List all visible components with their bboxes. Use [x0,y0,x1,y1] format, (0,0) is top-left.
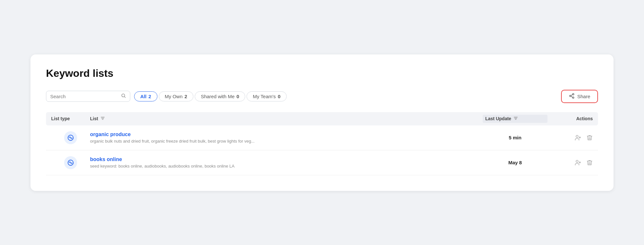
main-card: Keyword lists All 2 My Own 2 Share [30,54,614,191]
header-actions: Actions [547,116,593,122]
list-type-cell [51,156,90,169]
table-rows: organic produce organic bulk nuts and dr… [46,125,598,175]
last-update-cell: 5 min [483,135,547,140]
toolbar: All 2 My Own 2 Shared with Me 0 My Team'… [46,90,598,103]
list-type-icon-circle [64,156,77,169]
list-info-cell: books online seed keyword: books online,… [90,157,483,169]
list-description: seed keyword: books online, audiobooks, … [90,164,483,169]
header-list-type: List type [51,116,90,122]
keyword-list-icon [67,159,74,166]
filter-tab-shared-with-me[interactable]: Shared with Me 0 [195,91,246,101]
list-sort-icon [100,116,105,122]
actions-cell [547,159,593,166]
filter-teams-count: 0 [278,94,280,99]
list-type-cell [51,131,90,144]
table-header: List type List Last Update [46,112,598,125]
keyword-list-icon [67,134,74,141]
svg-line-6 [571,94,572,95]
search-icon [121,93,126,99]
list-type-icon-circle [64,131,77,144]
filter-teams-label: My Team's [253,94,276,99]
filter-all-label: All [140,94,146,99]
header-list[interactable]: List [90,116,483,122]
filter-myown-label: My Own [165,94,183,99]
filter-tabs: All 2 My Own 2 Shared with Me 0 My Team'… [134,91,287,101]
share-button[interactable]: Share [561,90,598,103]
svg-line-5 [571,96,572,97]
page-title: Keyword lists [46,67,598,79]
svg-point-18 [576,160,578,162]
filter-myown-count: 2 [185,94,187,99]
filter-tab-my-teams[interactable]: My Team's 0 [247,91,286,101]
last-update-cell: May 8 [483,160,547,165]
table-row: books online seed keyword: books online,… [46,150,598,175]
filter-tab-my-own[interactable]: My Own 2 [159,91,193,101]
table-row: organic produce organic bulk nuts and dr… [46,125,598,150]
actions-cell [547,134,593,141]
list-info-cell: organic produce organic bulk nuts and dr… [90,132,483,144]
search-input[interactable] [50,94,118,99]
delete-icon[interactable] [586,159,593,166]
list-name-link[interactable]: organic produce [90,132,483,137]
list-description: organic bulk nuts and dried fruit, organ… [90,139,483,144]
filter-shared-count: 0 [236,94,239,99]
svg-line-1 [124,97,125,98]
list-name-link[interactable]: books online [90,157,483,162]
filter-tab-all[interactable]: All 2 [134,91,157,101]
filter-all-count: 2 [148,94,151,99]
search-wrapper [46,91,130,102]
share-icon [569,93,575,100]
delete-icon[interactable] [586,134,593,141]
header-last-update[interactable]: Last Update [483,115,547,123]
last-update-sort-icon [513,116,518,122]
filter-shared-label: Shared with Me [201,94,235,99]
add-user-icon[interactable] [575,134,581,141]
add-user-icon[interactable] [575,159,581,166]
share-button-label: Share [577,94,590,99]
svg-point-14 [576,135,578,137]
